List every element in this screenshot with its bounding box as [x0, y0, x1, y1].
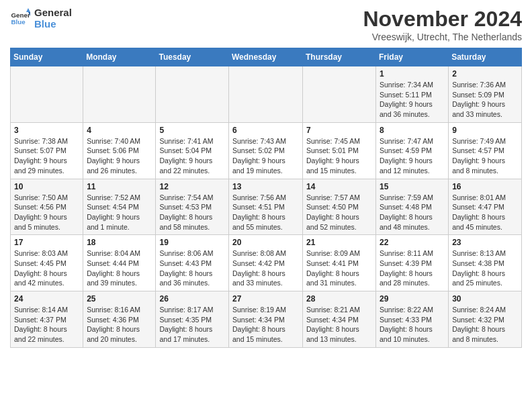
calendar-cell: 17Sunrise: 8:03 AM Sunset: 4:45 PM Dayli…: [11, 235, 83, 291]
day-info: Sunrise: 8:16 AM Sunset: 4:36 PM Dayligh…: [87, 305, 152, 345]
calendar-cell: 11Sunrise: 7:52 AM Sunset: 4:54 PM Dayli…: [83, 179, 156, 235]
day-number: 20: [232, 238, 299, 247]
day-number: 2: [452, 69, 518, 79]
calendar-cell: 5Sunrise: 7:41 AM Sunset: 5:04 PM Daylig…: [156, 122, 229, 179]
calendar-cell: 30Sunrise: 8:24 AM Sunset: 4:32 PM Dayli…: [449, 291, 522, 348]
day-info: Sunrise: 8:24 AM Sunset: 4:32 PM Dayligh…: [452, 305, 518, 345]
weekday-header-wednesday: Wednesday: [229, 48, 303, 66]
calendar-cell: 26Sunrise: 8:17 AM Sunset: 4:35 PM Dayli…: [156, 291, 229, 348]
day-info: Sunrise: 8:06 AM Sunset: 4:43 PM Dayligh…: [159, 248, 225, 288]
day-info: Sunrise: 8:08 AM Sunset: 4:42 PM Dayligh…: [232, 248, 299, 288]
calendar-cell: 12Sunrise: 7:54 AM Sunset: 4:53 PM Dayli…: [156, 179, 229, 235]
calendar-cell: 27Sunrise: 8:19 AM Sunset: 4:34 PM Dayli…: [229, 291, 303, 348]
day-number: 30: [452, 294, 518, 304]
calendar-cell: 24Sunrise: 8:14 AM Sunset: 4:37 PM Dayli…: [11, 291, 83, 348]
day-number: 24: [14, 294, 79, 304]
calendar-cell: 15Sunrise: 7:59 AM Sunset: 4:48 PM Dayli…: [376, 179, 449, 235]
day-number: 4: [87, 126, 152, 135]
day-info: Sunrise: 8:11 AM Sunset: 4:39 PM Dayligh…: [380, 248, 445, 288]
weekday-header-thursday: Thursday: [303, 48, 376, 66]
day-info: Sunrise: 7:40 AM Sunset: 5:06 PM Dayligh…: [87, 136, 152, 176]
calendar-cell: [229, 66, 303, 123]
day-number: 3: [14, 126, 79, 135]
day-number: 8: [380, 126, 445, 135]
day-number: 27: [232, 294, 299, 304]
day-info: Sunrise: 8:22 AM Sunset: 4:33 PM Dayligh…: [380, 305, 445, 345]
calendar-cell: 1Sunrise: 7:34 AM Sunset: 5:11 PM Daylig…: [376, 66, 449, 123]
day-number: 9: [452, 126, 518, 135]
day-info: Sunrise: 7:47 AM Sunset: 4:59 PM Dayligh…: [380, 136, 445, 176]
logo-general: General: [34, 7, 72, 18]
calendar-cell: [11, 66, 83, 123]
calendar-cell: 7Sunrise: 7:45 AM Sunset: 5:01 PM Daylig…: [303, 122, 376, 179]
svg-text:General: General: [11, 11, 31, 19]
calendar-cell: 4Sunrise: 7:40 AM Sunset: 5:06 PM Daylig…: [83, 122, 156, 179]
day-info: Sunrise: 7:45 AM Sunset: 5:01 PM Dayligh…: [306, 136, 372, 176]
calendar-cell: 28Sunrise: 8:21 AM Sunset: 4:34 PM Dayli…: [303, 291, 376, 348]
day-number: 25: [87, 294, 152, 304]
calendar-cell: 9Sunrise: 7:49 AM Sunset: 4:57 PM Daylig…: [449, 122, 522, 179]
calendar-cell: 2Sunrise: 7:36 AM Sunset: 5:09 PM Daylig…: [449, 66, 522, 123]
weekday-header-sunday: Sunday: [11, 48, 83, 66]
weekday-header-tuesday: Tuesday: [156, 48, 229, 66]
day-info: Sunrise: 8:03 AM Sunset: 4:45 PM Dayligh…: [14, 248, 79, 288]
calendar-cell: 23Sunrise: 8:13 AM Sunset: 4:38 PM Dayli…: [449, 235, 522, 291]
day-info: Sunrise: 7:52 AM Sunset: 4:54 PM Dayligh…: [87, 193, 152, 232]
day-number: 26: [159, 294, 225, 304]
calendar-cell: 8Sunrise: 7:47 AM Sunset: 4:59 PM Daylig…: [376, 122, 449, 179]
calendar-cell: 16Sunrise: 8:01 AM Sunset: 4:47 PM Dayli…: [449, 179, 522, 235]
calendar-cell: 25Sunrise: 8:16 AM Sunset: 4:36 PM Dayli…: [83, 291, 156, 348]
calendar-cell: 6Sunrise: 7:43 AM Sunset: 5:02 PM Daylig…: [229, 122, 303, 179]
day-info: Sunrise: 7:38 AM Sunset: 5:07 PM Dayligh…: [14, 136, 79, 176]
day-number: 12: [159, 182, 225, 191]
day-number: 7: [306, 126, 372, 135]
day-info: Sunrise: 7:59 AM Sunset: 4:48 PM Dayligh…: [380, 193, 445, 232]
day-number: 18: [87, 238, 152, 247]
day-info: Sunrise: 7:43 AM Sunset: 5:02 PM Dayligh…: [232, 136, 299, 176]
day-number: 6: [232, 126, 299, 135]
day-number: 1: [380, 69, 445, 79]
calendar-cell: 29Sunrise: 8:22 AM Sunset: 4:33 PM Dayli…: [376, 291, 449, 348]
day-info: Sunrise: 8:13 AM Sunset: 4:38 PM Dayligh…: [452, 248, 518, 288]
day-info: Sunrise: 7:34 AM Sunset: 5:11 PM Dayligh…: [380, 80, 445, 120]
day-number: 22: [380, 238, 445, 247]
location-title: Vreeswijk, Utrecht, The Netherlands: [363, 32, 522, 42]
day-number: 21: [306, 238, 372, 247]
logo-blue: Blue: [34, 18, 72, 30]
day-info: Sunrise: 8:04 AM Sunset: 4:44 PM Dayligh…: [87, 248, 152, 288]
svg-marker-2: [26, 8, 30, 12]
calendar-week-row: 10Sunrise: 7:50 AM Sunset: 4:56 PM Dayli…: [11, 179, 522, 235]
calendar-cell: 22Sunrise: 8:11 AM Sunset: 4:39 PM Dayli…: [376, 235, 449, 291]
day-info: Sunrise: 7:54 AM Sunset: 4:53 PM Dayligh…: [159, 193, 225, 232]
logo-icon: General Blue: [10, 8, 30, 28]
calendar-cell: 21Sunrise: 8:09 AM Sunset: 4:41 PM Dayli…: [303, 235, 376, 291]
month-title: November 2024: [363, 7, 522, 32]
weekday-header-saturday: Saturday: [449, 48, 522, 66]
day-info: Sunrise: 7:57 AM Sunset: 4:50 PM Dayligh…: [306, 193, 372, 232]
weekday-header-row: SundayMondayTuesdayWednesdayThursdayFrid…: [11, 48, 522, 66]
day-number: 29: [380, 294, 445, 304]
day-info: Sunrise: 8:14 AM Sunset: 4:37 PM Dayligh…: [14, 305, 79, 345]
weekday-header-monday: Monday: [83, 48, 156, 66]
calendar-cell: 14Sunrise: 7:57 AM Sunset: 4:50 PM Dayli…: [303, 179, 376, 235]
calendar-cell: [303, 66, 376, 123]
day-info: Sunrise: 7:41 AM Sunset: 5:04 PM Dayligh…: [159, 136, 225, 176]
day-number: 11: [87, 182, 152, 191]
calendar-table: SundayMondayTuesdayWednesdayThursdayFrid…: [10, 48, 522, 348]
day-number: 15: [380, 182, 445, 191]
calendar-cell: [83, 66, 156, 123]
day-info: Sunrise: 8:01 AM Sunset: 4:47 PM Dayligh…: [452, 193, 518, 232]
calendar-cell: [156, 66, 229, 123]
day-number: 16: [452, 182, 518, 191]
title-area: November 2024 Vreeswijk, Utrecht, The Ne…: [363, 7, 522, 42]
calendar-week-row: 24Sunrise: 8:14 AM Sunset: 4:37 PM Dayli…: [11, 291, 522, 348]
day-number: 10: [14, 182, 79, 191]
weekday-header-friday: Friday: [376, 48, 449, 66]
day-info: Sunrise: 8:17 AM Sunset: 4:35 PM Dayligh…: [159, 305, 225, 345]
header: General Blue General Blue November 2024 …: [10, 7, 522, 42]
day-info: Sunrise: 7:36 AM Sunset: 5:09 PM Dayligh…: [452, 80, 518, 120]
day-info: Sunrise: 8:19 AM Sunset: 4:34 PM Dayligh…: [232, 305, 299, 345]
logo: General Blue General Blue: [10, 7, 72, 30]
day-number: 28: [306, 294, 372, 304]
day-info: Sunrise: 8:21 AM Sunset: 4:34 PM Dayligh…: [306, 305, 372, 345]
